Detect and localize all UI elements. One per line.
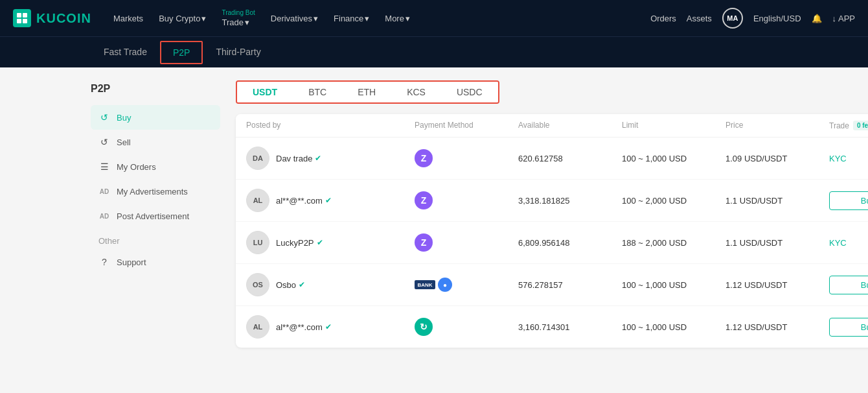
price-cell: 1.12 USD/USDT: [725, 322, 829, 332]
col-limit: Limit: [622, 121, 725, 130]
notification-icon[interactable]: 🔔: [812, 14, 822, 23]
limit-cell: 188 ~ 2,000 USD: [622, 238, 725, 248]
username-luckyp2p: LuckyP2P ✔: [276, 238, 323, 248]
price-cell: 1.12 USD/USDT: [725, 280, 829, 290]
nav-derivatives[interactable]: Derivatives ▾: [264, 11, 325, 26]
tab-fast-trade[interactable]: Fast Trade: [91, 39, 160, 66]
verified-icon: ✔: [317, 238, 323, 247]
table-row: OS Osbo ✔ BANK ● 576.278157 100 ~ 1,000 …: [236, 264, 868, 306]
buy-button[interactable]: Buy: [829, 318, 868, 337]
svg-rect-3: [23, 19, 27, 23]
kyc-label[interactable]: KYC: [829, 238, 868, 248]
table-row: AL al**@**.com ✔ Z 3,318.181825 100 ~ 2,…: [236, 180, 868, 222]
sidebar-sell-label: Sell: [117, 137, 131, 147]
table-row: DA Dav trade ✔ Z 620.612758 100 ~ 1,000 …: [236, 137, 868, 180]
sidebar-other-menu: ? Support: [91, 250, 220, 274]
tab-usdc[interactable]: USDC: [441, 82, 498, 102]
payment-method-cell: BANK ●: [415, 278, 518, 292]
posted-by-cell: LU LuckyP2P ✔: [246, 231, 415, 254]
tab-eth[interactable]: ETH: [342, 82, 391, 102]
logo-icon: [13, 9, 31, 27]
limit-cell: 100 ~ 1,000 USD: [622, 154, 725, 163]
sidebar-item-my-orders[interactable]: ☰ My Orders: [91, 154, 220, 179]
bank-payment-icon: BANK: [415, 280, 435, 289]
verified-icon: ✔: [325, 322, 332, 331]
posted-by-cell: AL al**@**.com ✔: [246, 315, 415, 339]
user-avatar-da: DA: [246, 147, 269, 170]
nav-finance[interactable]: Finance ▾: [327, 11, 376, 26]
price-cell: 1.1 USD/USDT: [725, 238, 829, 248]
table-header: Posted by Payment Method Available Limit…: [236, 114, 868, 137]
tab-third-party[interactable]: Third-Party: [203, 39, 273, 66]
limit-cell: 100 ~ 2,000 USD: [622, 196, 725, 206]
available-cell: 3,318.181825: [518, 196, 622, 206]
available-cell: 576.278157: [518, 280, 622, 290]
verified-icon: ✔: [315, 154, 321, 163]
posted-by-cell: AL al**@**.com ✔: [246, 189, 415, 212]
my-ads-icon: AD: [98, 185, 110, 197]
sidebar-ads-label: My Advertisements: [117, 187, 188, 196]
svg-rect-0: [17, 13, 21, 18]
nav-markets[interactable]: Markets: [107, 11, 150, 26]
sidebar-item-my-ads[interactable]: AD My Advertisements: [91, 179, 220, 204]
buy-button[interactable]: Buy: [829, 276, 868, 294]
nav-trade[interactable]: Trading Bot Trade ▾: [215, 8, 261, 29]
sell-icon: ↺: [98, 136, 110, 148]
sidebar-buy-label: Buy: [117, 113, 131, 123]
orders-link[interactable]: Orders: [650, 14, 676, 23]
tab-p2p[interactable]: P2P: [160, 41, 203, 64]
support-icon: ?: [98, 256, 110, 268]
navbar: KUCOIN Markets Buy Crypto ▾ Trading Bot …: [0, 0, 868, 36]
col-trade: Trade 0 fee: [829, 121, 868, 130]
col-price: Price: [725, 121, 829, 130]
sidebar-item-post-ad[interactable]: AD Post Advertisement: [91, 204, 220, 228]
user-avatar-al2: AL: [246, 315, 269, 339]
zelle-payment-icon: Z: [415, 149, 433, 167]
tab-btc[interactable]: BTC: [293, 82, 342, 102]
kyc-label[interactable]: KYC: [829, 154, 868, 163]
crypto-tabs-row: USDT BTC ETH KCS USDC USD ▾: [236, 80, 868, 104]
payment-method-cell: Z: [415, 233, 518, 252]
sidebar-item-support[interactable]: ? Support: [91, 250, 220, 274]
limit-cell: 100 ~ 1,000 USD: [622, 322, 725, 332]
tab-usdt[interactable]: USDT: [237, 82, 293, 102]
logo[interactable]: KUCOIN: [13, 9, 91, 27]
zero-fee-badge: 0 fee: [853, 121, 868, 130]
user-avatar-lu: LU: [246, 231, 269, 254]
content-area: USDT BTC ETH KCS USDC USD ▾ Posted by Pa…: [236, 80, 868, 379]
user-avatar[interactable]: MA: [722, 8, 743, 29]
sidebar-menu: ↺ Buy ↺ Sell ☰ My Orders AD My Advertise…: [91, 105, 220, 228]
username-al: al**@**.com ✔: [276, 196, 332, 206]
nav-items: Markets Buy Crypto ▾ Trading Bot Trade ▾…: [107, 8, 635, 29]
sidebar-item-buy[interactable]: ↺ Buy: [91, 105, 220, 130]
trading-bot-label: Trading Bot: [222, 10, 255, 16]
zelle-payment-icon: Z: [415, 191, 433, 209]
assets-link[interactable]: Assets: [687, 14, 712, 23]
nav-more[interactable]: More ▾: [378, 11, 417, 26]
crypto-tabs: USDT BTC ETH KCS USDC: [236, 80, 499, 104]
blue-circle-payment-icon: ↻: [415, 318, 433, 336]
available-cell: 6,809.956148: [518, 238, 622, 248]
download-app-button[interactable]: ↓ APP: [832, 14, 855, 23]
sidebar-item-sell[interactable]: ↺ Sell: [91, 130, 220, 154]
sub-navbar: Fast Trade P2P Third-Party: [0, 36, 868, 67]
blue-payment-icon: ●: [438, 278, 452, 292]
col-available: Available: [518, 121, 622, 130]
logo-text: KUCOIN: [36, 11, 91, 26]
payment-method-cell: Z: [415, 191, 518, 209]
nav-buy-crypto[interactable]: Buy Crypto ▾: [152, 11, 212, 26]
tab-kcs[interactable]: KCS: [391, 82, 441, 102]
col-posted-by: Posted by: [246, 121, 415, 130]
orders-icon: ☰: [98, 161, 110, 173]
buy-icon: ↺: [98, 112, 110, 123]
buy-button[interactable]: Buy: [829, 191, 868, 210]
sidebar-orders-label: My Orders: [117, 162, 156, 172]
language-selector[interactable]: English/USD: [753, 14, 801, 23]
limit-cell: 100 ~ 1,000 USD: [622, 280, 725, 290]
payment-method-cell: Z: [415, 149, 518, 167]
post-ad-icon: AD: [98, 210, 110, 222]
sidebar: P2P ↺ Buy ↺ Sell ☰ My Orders AD My Adver…: [91, 80, 220, 379]
sidebar-other-title: Other: [91, 228, 220, 250]
price-cell: 1.1 USD/USDT: [725, 196, 829, 206]
price-cell: 1.09 USD/USDT: [725, 154, 829, 163]
